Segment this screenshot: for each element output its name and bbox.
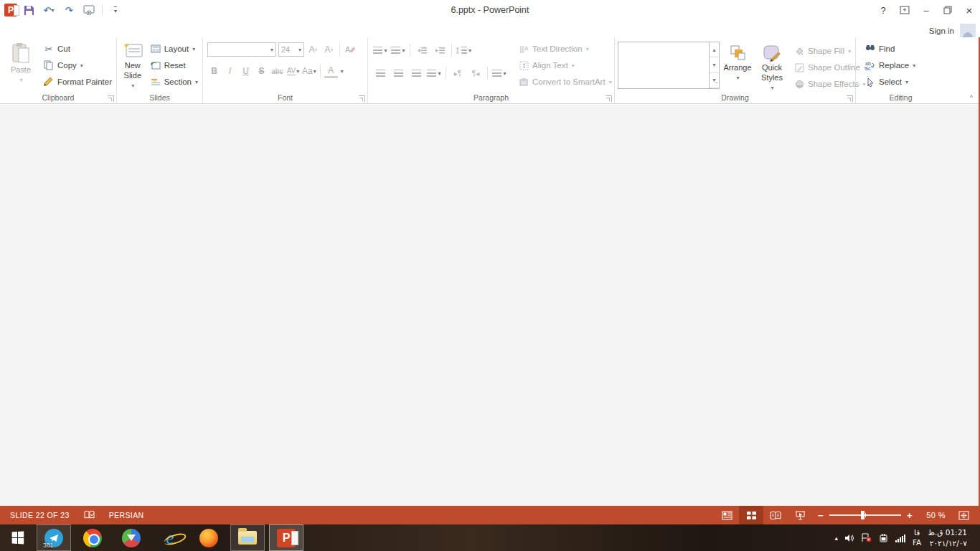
tray-expand-icon[interactable]: ▴ <box>834 534 838 542</box>
slide-show-button[interactable] <box>788 506 812 524</box>
shapes-gallery-scroll[interactable]: ▲▼▼̲ <box>710 42 720 89</box>
convert-to-smartart-button[interactable]: Convert to SmartArt▾ <box>516 74 614 90</box>
find-button[interactable]: Find <box>862 41 918 57</box>
paragraph-dialog-launcher[interactable] <box>606 95 612 102</box>
svg-text:ab: ab <box>865 61 871 66</box>
format-painter-button[interactable]: Format Painter <box>40 74 115 90</box>
align-left-button[interactable] <box>372 66 388 81</box>
increase-font-size-button[interactable]: A˄ <box>306 42 320 57</box>
taskbar-firefox-button[interactable] <box>192 524 226 551</box>
cut-button[interactable]: ✂Cut <box>40 41 115 57</box>
justify-button[interactable]: ▾ <box>426 66 442 81</box>
paste-icon <box>11 42 30 64</box>
decrease-font-size-button[interactable]: A˅ <box>322 42 336 57</box>
shapes-gallery[interactable] <box>618 42 710 89</box>
clear-formatting-icon[interactable]: A <box>344 44 355 55</box>
account-avatar-icon[interactable] <box>960 24 976 37</box>
slide-sorter-pane[interactable] <box>0 105 980 506</box>
bold-button[interactable]: B <box>207 64 221 78</box>
spell-check-icon[interactable] <box>84 510 95 520</box>
taskbar-ie-button[interactable]: e <box>153 524 187 551</box>
tray-clock[interactable]: 01:21 ق.ظ ۲۰۲۱/۱۲/۰۷ <box>928 527 967 547</box>
columns-button[interactable]: ▾ <box>491 66 507 81</box>
zoom-level[interactable]: 50 % <box>921 511 946 519</box>
sign-in[interactable]: Sign in <box>929 24 980 37</box>
select-button[interactable]: Select▾ <box>862 74 918 90</box>
font-name-combo[interactable]: ▾ <box>207 42 276 57</box>
windows-logo-icon <box>11 532 24 545</box>
strikethrough-button[interactable]: S <box>255 64 268 78</box>
taskbar-explorer-button[interactable] <box>230 524 265 551</box>
zoom-out-button[interactable]: − <box>818 510 824 521</box>
decrease-indent-button[interactable] <box>414 43 430 58</box>
status-bar: SLIDE 22 OF 23 PERSIAN − + 50 % <box>0 506 980 524</box>
help-button[interactable]: ? <box>872 2 894 18</box>
group-editing: Find abac Replace▾ Select▾ Editing <box>856 37 946 103</box>
language-switcher[interactable]: فاFA <box>913 528 921 547</box>
taskbar-idm-button[interactable] <box>114 524 149 551</box>
network-signal-icon[interactable] <box>895 534 906 542</box>
ribbon-display-options-button[interactable] <box>894 2 915 18</box>
bullets-button[interactable]: ▾ <box>372 43 388 58</box>
volume-icon[interactable] <box>844 534 854 542</box>
italic-button[interactable]: I <box>223 64 237 78</box>
arrange-button[interactable]: Arrange ▾ <box>720 42 755 93</box>
layout-button[interactable]: Layout▾ <box>147 41 201 57</box>
reset-button[interactable]: Reset <box>147 57 201 73</box>
taskbar-powerpoint-button[interactable]: P <box>269 524 303 551</box>
align-text-button[interactable]: Align Text▾ <box>516 57 614 73</box>
language-indicator[interactable]: PERSIAN <box>109 511 144 519</box>
restore-button[interactable] <box>937 2 958 18</box>
font-size-combo[interactable]: 24▾ <box>278 42 304 57</box>
section-button[interactable]: Section▾ <box>147 74 201 90</box>
powerpoint-app-icon[interactable]: P <box>4 4 17 17</box>
line-spacing-button[interactable]: ▾ <box>456 43 471 58</box>
rtl-direction-button[interactable]: ¶◂ <box>468 66 484 81</box>
slide-sorter-view-button[interactable] <box>739 506 763 524</box>
increase-indent-button[interactable] <box>432 43 448 58</box>
group-paragraph: ▾ ▾ ▾ ▾ ▸¶ ¶◂ ▾ A <box>368 37 615 103</box>
zoom-slider[interactable] <box>829 514 901 516</box>
strikethrough-abc-button[interactable]: abc <box>270 64 284 78</box>
close-button[interactable]: × <box>958 2 980 18</box>
collapse-ribbon-button[interactable]: ^ <box>970 94 973 101</box>
new-slide-button[interactable]: New Slide ▾ <box>118 39 147 91</box>
character-spacing-button[interactable]: AV▾ <box>286 64 300 78</box>
save-button[interactable] <box>20 2 37 18</box>
drawing-dialog-launcher[interactable] <box>847 95 853 102</box>
group-drawing: ▲▼▼̲ Arrange ▾ Quick Styles ▾ Shape Fill… <box>615 37 856 103</box>
minimize-button[interactable]: – <box>915 2 937 18</box>
action-center-flag-icon[interactable] <box>861 533 872 542</box>
start-button[interactable] <box>0 524 34 551</box>
ribbon-home: Paste ▾ ✂Cut Copy▾ Format Painter Clipbo… <box>0 37 980 104</box>
normal-view-button[interactable] <box>715 506 739 524</box>
numbering-button[interactable]: ▾ <box>390 43 406 58</box>
underline-button[interactable]: U <box>239 64 253 78</box>
redo-button[interactable]: ↷ <box>60 2 77 18</box>
change-case-button[interactable]: Aa▾ <box>302 64 316 78</box>
ltr-direction-button[interactable]: ▸¶ <box>450 66 466 81</box>
clipboard-dialog-launcher[interactable] <box>108 95 114 102</box>
customize-qat-button[interactable]: ▾ <box>107 2 124 18</box>
zoom-slider-thumb[interactable] <box>861 511 864 519</box>
taskbar-telegram-button[interactable]: 381 <box>37 524 71 551</box>
quick-styles-button[interactable]: Quick Styles ▾ <box>755 42 788 93</box>
undo-button[interactable]: ↶▾ <box>40 2 57 18</box>
ribbon-display-icon <box>900 6 910 14</box>
paste-button[interactable]: Paste ▾ <box>1 39 40 91</box>
start-from-beginning-button[interactable] <box>80 2 98 18</box>
reset-icon <box>150 60 161 71</box>
replace-button[interactable]: abac Replace▾ <box>862 57 918 73</box>
save-icon <box>24 5 34 16</box>
zoom-in-button[interactable]: + <box>907 510 913 521</box>
text-direction-button[interactable]: A Text Direction▾ <box>516 41 614 57</box>
battery-icon[interactable] <box>878 534 888 542</box>
font-dialog-launcher[interactable] <box>359 95 365 102</box>
copy-button[interactable]: Copy▾ <box>40 57 115 73</box>
align-right-button[interactable] <box>408 66 424 81</box>
font-color-button[interactable]: A <box>324 64 338 78</box>
align-center-button[interactable] <box>390 66 406 81</box>
reading-view-button[interactable] <box>763 506 788 524</box>
fit-to-window-button[interactable] <box>951 506 976 524</box>
taskbar-chrome-button[interactable] <box>75 524 110 551</box>
